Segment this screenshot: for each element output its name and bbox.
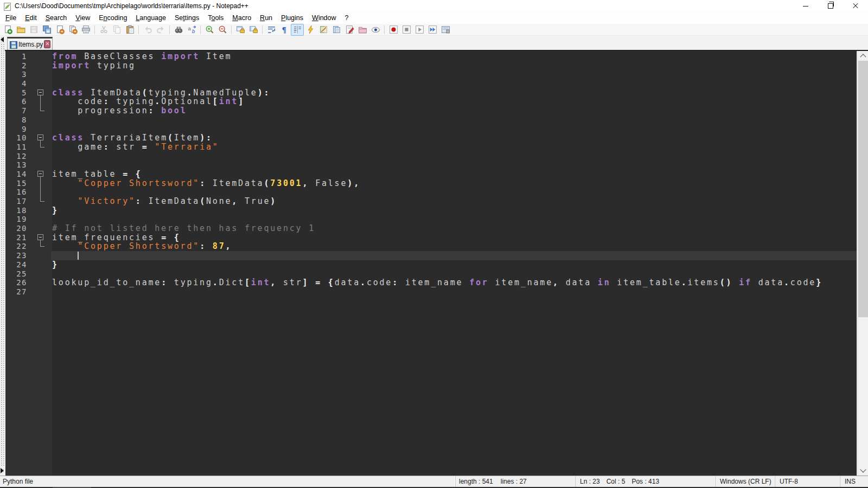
- menu-item-help[interactable]: ?: [341, 12, 353, 23]
- code-line: 13: [5, 160, 857, 170]
- code-text: class TerrariaItem(Item):: [52, 133, 213, 143]
- zoom-out-icon[interactable]: [216, 24, 229, 36]
- line-number: 2: [5, 61, 27, 70]
- menu-item-language[interactable]: Language: [131, 12, 170, 23]
- minimize-button[interactable]: [793, 0, 818, 12]
- menu-item-plugins[interactable]: Plugins: [277, 12, 308, 23]
- toolbar-separator: [94, 25, 95, 34]
- fold-margin-open[interactable]: [27, 88, 52, 98]
- line-number: 7: [5, 106, 27, 115]
- menu-item-tools[interactable]: Tools: [203, 12, 228, 23]
- sync-scroll-horizontal-icon[interactable]: [247, 24, 260, 36]
- document-list-icon[interactable]: [330, 24, 343, 36]
- menu-item-edit[interactable]: Edit: [21, 12, 41, 23]
- tab-close-icon[interactable]: [44, 40, 50, 48]
- scroll-right-arrow-icon[interactable]: [1, 468, 4, 473]
- code-text: code: typing.Optional[int]: [52, 97, 245, 106]
- macro-stop-icon[interactable]: [400, 24, 413, 36]
- line-number: 14: [5, 170, 27, 179]
- line-number: 21: [5, 233, 27, 242]
- indent-guide-icon[interactable]: [291, 24, 304, 36]
- menu-item-macro[interactable]: Macro: [228, 12, 256, 23]
- print-icon[interactable]: [79, 24, 92, 36]
- fold-margin: [27, 215, 52, 224]
- scrollbar-down-button[interactable]: [858, 466, 868, 476]
- menu-item-settings[interactable]: Settings: [170, 12, 203, 23]
- fold-margin-open[interactable]: [27, 170, 52, 179]
- show-all-characters-icon[interactable]: ¶: [278, 24, 291, 36]
- replace-icon[interactable]: ab: [185, 24, 198, 36]
- menu-item-run[interactable]: Run: [256, 12, 277, 23]
- menu-item-file[interactable]: File: [1, 12, 21, 23]
- code-text: lookup_id_to_name: typing.Dict[int, str]…: [52, 278, 822, 287]
- fold-margin: [27, 287, 52, 297]
- code-text: progression: bool: [52, 106, 187, 115]
- macro-save-icon[interactable]: [439, 24, 452, 36]
- current-line-highlight: [51, 251, 857, 260]
- toolbar-separator: [231, 25, 232, 34]
- notepadpp-window: C:\Users\Dood\Documents\tmp\Archipelago\…: [0, 0, 868, 488]
- macro-play-icon[interactable]: [413, 24, 426, 36]
- close-icon: [853, 3, 858, 9]
- status-eol-format[interactable]: Windows (CR LF): [715, 476, 775, 487]
- redo-icon[interactable]: [154, 24, 167, 36]
- code-line: 12: [5, 152, 857, 161]
- minimize-icon: [803, 6, 808, 7]
- status-insert-mode[interactable]: INS: [840, 476, 868, 487]
- sync-scroll-vertical-icon[interactable]: [234, 24, 247, 36]
- line-number: 22: [5, 242, 27, 251]
- fold-margin-open[interactable]: [27, 133, 52, 143]
- status-line-number: Ln : 23: [580, 478, 600, 485]
- menu-item-search[interactable]: Search: [41, 12, 72, 23]
- fold-margin: [27, 115, 52, 125]
- scroll-left-arrow-icon[interactable]: [1, 37, 4, 42]
- line-number: 23: [5, 251, 27, 260]
- monitoring-icon[interactable]: [369, 24, 382, 36]
- code-text: item_table = {: [52, 170, 142, 179]
- close-button[interactable]: [843, 0, 868, 12]
- fold-margin-open[interactable]: [27, 233, 52, 242]
- tab-bar: Items.py: [0, 36, 868, 51]
- paste-icon[interactable]: [123, 24, 136, 36]
- close-icon[interactable]: [53, 24, 66, 36]
- dock-splitter-grip[interactable]: [0, 36, 5, 476]
- vertical-scrollbar[interactable]: [857, 51, 868, 476]
- menu-item-encoding[interactable]: Encoding: [94, 12, 131, 23]
- tab-label: Items.py: [18, 41, 43, 48]
- macro-run-multiple-icon[interactable]: [426, 24, 439, 36]
- undo-icon[interactable]: [141, 24, 154, 36]
- function-signature-icon[interactable]: [343, 24, 356, 36]
- open-file-icon[interactable]: [14, 24, 27, 36]
- code-line: 1from BaseClasses import Item: [5, 52, 857, 61]
- close-all-icon[interactable]: [66, 24, 79, 36]
- menu-bar: FileEditSearchViewEncodingLanguageSettin…: [0, 12, 868, 24]
- code-line: 14item_table = {: [5, 170, 857, 179]
- cut-icon[interactable]: [97, 24, 110, 36]
- menu-item-view[interactable]: View: [71, 12, 94, 23]
- document-map-icon[interactable]: [317, 24, 330, 36]
- code-line: 25: [5, 269, 857, 279]
- menu-item-window[interactable]: Window: [308, 12, 340, 23]
- save-all-icon[interactable]: [40, 24, 53, 36]
- new-file-icon[interactable]: [1, 24, 14, 36]
- scrollbar-thumb[interactable]: [858, 61, 868, 317]
- function-list-icon[interactable]: [304, 24, 317, 36]
- status-encoding[interactable]: UTF-8: [775, 476, 840, 487]
- find-icon[interactable]: [172, 24, 185, 36]
- code-editor[interactable]: 1from BaseClasses import Item2import typ…: [5, 51, 857, 476]
- folder-as-workspace-icon[interactable]: [356, 24, 369, 36]
- macro-record-icon[interactable]: [387, 24, 400, 36]
- scrollbar-up-button[interactable]: [858, 51, 868, 61]
- line-number: 6: [5, 97, 27, 106]
- line-number: 3: [5, 70, 27, 79]
- code-line: 17 "Victory": ItemData(None, True): [5, 197, 857, 206]
- line-number: 8: [5, 115, 27, 125]
- zoom-in-icon[interactable]: [203, 24, 216, 36]
- restore-button[interactable]: [818, 0, 843, 12]
- save-icon[interactable]: [27, 24, 40, 36]
- word-wrap-icon[interactable]: [265, 24, 278, 36]
- copy-icon[interactable]: [110, 24, 123, 36]
- code-text: item_frequencies = {: [52, 233, 181, 242]
- tab-items-py[interactable]: Items.py: [7, 37, 53, 50]
- code-text: "Copper Shortsword": 87,: [52, 242, 232, 251]
